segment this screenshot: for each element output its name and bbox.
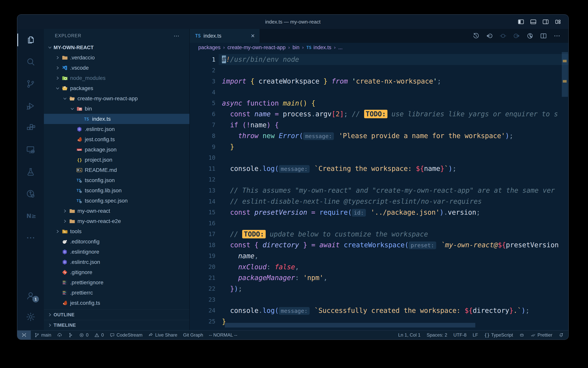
code-line-10[interactable]: 10 <box>190 152 568 163</box>
status-publish-changes[interactable] <box>57 332 62 338</box>
tree-item-tsconfig.spec.json[interactable]: TStsconfig.spec.json <box>44 196 189 206</box>
chevron-down-icon[interactable] <box>69 106 76 111</box>
tree-item-bin[interactable]: 0110bin <box>44 104 189 114</box>
code-line-1[interactable]: 1#!/usr/bin/env node <box>190 54 568 65</box>
tree-item-.prettierrc[interactable]: .prettierrc <box>44 288 189 298</box>
tree-item-.editorconfig[interactable]: .editorconfig <box>44 237 189 247</box>
status-git-graph[interactable]: Git Graph <box>183 332 203 338</box>
breadcrumb-item-create-my-own-react-app[interactable]: create-my-own-react-app <box>228 45 286 51</box>
circle-dim-icon[interactable] <box>499 32 507 39</box>
activity-item-testing[interactable] <box>17 161 44 183</box>
tree-item-.verdaccio[interactable]: .verdaccio <box>44 53 189 63</box>
tree-item-.gitignore[interactable]: .gitignore <box>44 267 189 277</box>
tree-item-.prettierignore[interactable]: .prettierignore <box>44 277 189 288</box>
tab-index-ts[interactable]: TS index.ts ✕ <box>190 29 260 43</box>
code-line-3[interactable]: 3import { createWorkspace } from 'create… <box>190 76 568 87</box>
code-line-13[interactable]: 13 // This assumes "my-own-react" and "c… <box>190 185 568 196</box>
tree-item-tsconfig.lib.json[interactable]: TStsconfig.lib.json <box>44 185 189 196</box>
status-remote-indicator[interactable] <box>17 331 31 340</box>
code-line-20[interactable]: 20 nxCloud: false, <box>190 261 568 272</box>
customize-layout-icon[interactable] <box>554 18 562 25</box>
zoom-window-button[interactable] <box>30 20 34 23</box>
status-vim-mode[interactable]: -- NORMAL -- <box>209 332 237 338</box>
code-line-16[interactable]: 16 <box>190 218 568 229</box>
timeline-panel-header[interactable]: TIMELINE <box>44 320 189 330</box>
activity-item-search[interactable] <box>17 51 44 73</box>
code-line-12[interactable]: 12 <box>190 174 568 185</box>
activity-item-gitlens[interactable] <box>17 183 44 205</box>
nav-back-icon[interactable] <box>486 32 493 39</box>
status-eol-sequence[interactable]: LF <box>473 332 478 338</box>
status-problems-warnings[interactable]: 0 <box>94 332 104 338</box>
split-editor-icon[interactable] <box>540 32 547 39</box>
vertical-scrollbar[interactable] <box>562 52 568 97</box>
chevron-right-icon[interactable] <box>54 55 61 60</box>
horizontal-scrollbar[interactable] <box>225 323 475 328</box>
breadcrumb-item-...[interactable]: ... <box>338 45 343 51</box>
toggle-primary-sidebar-icon[interactable] <box>518 18 524 25</box>
status-live-share[interactable]: Live Share <box>148 332 177 338</box>
tree-item-jest.config.ts[interactable]: jest.config.ts <box>44 298 189 308</box>
tree-item-index.ts[interactable]: TSindex.ts <box>44 114 189 124</box>
status-notifications[interactable] <box>559 332 564 338</box>
chevron-right-icon[interactable] <box>54 65 61 70</box>
code-line-6[interactable]: 6 const name = process.argv[2]; // TODO:… <box>190 109 568 120</box>
status-encoding[interactable]: UTF-8 <box>453 332 466 338</box>
code-line-17[interactable]: 17 // TODO: update below to customize th… <box>190 229 568 240</box>
tree-item-package.json[interactable]: npmpackage.json <box>44 145 189 155</box>
chevron-down-icon[interactable] <box>61 96 69 101</box>
code-line-7[interactable]: 7 if (!name) { <box>190 120 568 130</box>
code-line-22[interactable]: 22 }); <box>190 283 568 294</box>
chevron-right-icon[interactable] <box>61 209 69 213</box>
code-editor[interactable]: 1#!/usr/bin/env node23import { createWor… <box>190 52 568 330</box>
code-line-8[interactable]: 8 throw new Error(message: 'Please provi… <box>190 130 568 141</box>
activity-item-accounts[interactable]: 1 <box>17 285 44 306</box>
breadcrumb-item-bin[interactable]: bin <box>292 45 299 51</box>
more-actions-icon[interactable] <box>553 32 561 39</box>
status-codestream[interactable]: CodeStream <box>110 332 143 338</box>
tree-item-.vscode[interactable]: .vscode <box>44 63 189 73</box>
code-line-5[interactable]: 5async function main() { <box>190 98 568 109</box>
code-line-2[interactable]: 2 <box>190 65 568 76</box>
status-language-mode[interactable]: {}TypeScript <box>484 332 513 338</box>
tree-item-packages[interactable]: packages <box>44 83 189 93</box>
tree-item-tsconfig.json[interactable]: TStsconfig.json <box>44 175 189 185</box>
code-line-21[interactable]: 21 packageManager: 'npm', <box>190 272 568 283</box>
nav-forward-icon[interactable] <box>513 32 520 39</box>
code-line-9[interactable]: 9 } <box>190 141 568 152</box>
status-indentation[interactable]: Spaces: 2 <box>427 332 447 338</box>
tree-item-node_modules[interactable]: node_modules <box>44 73 189 83</box>
activity-item-source-control[interactable] <box>17 73 44 95</box>
outline-panel-header[interactable]: OUTLINE <box>44 309 189 320</box>
code-line-18[interactable]: 18 const { directory } = await createWor… <box>190 239 568 250</box>
code-line-19[interactable]: 19 name, <box>190 250 568 262</box>
tree-item-tools[interactable]: tools <box>44 226 189 237</box>
tree-item-.eslintignore[interactable]: .eslintignore <box>44 247 189 257</box>
code-line-23[interactable]: 23 <box>190 294 568 305</box>
activity-item-run-and-debug[interactable] <box>17 95 44 117</box>
activity-item-additional-views[interactable] <box>17 227 44 249</box>
breadcrumb-item-packages[interactable]: packages <box>198 45 221 51</box>
code-line-4[interactable]: 4 <box>190 87 568 98</box>
chevron-right-icon[interactable] <box>54 76 61 81</box>
close-window-button[interactable] <box>20 20 23 23</box>
code-line-15[interactable]: 15 const presetVersion = require(id: '..… <box>190 207 568 218</box>
breadcrumb-item-index.ts[interactable]: TSindex.ts <box>306 45 331 51</box>
status-pipeline[interactable] <box>68 332 73 338</box>
tree-item-README.md[interactable]: README.md <box>44 165 189 175</box>
activity-item-extensions[interactable] <box>17 117 44 139</box>
tree-item-my-own-react[interactable]: my-own-react <box>44 206 189 216</box>
activity-item-nx-console[interactable]: N≥ <box>17 205 44 227</box>
minimize-window-button[interactable] <box>25 20 28 23</box>
timeline-icon[interactable] <box>472 32 480 39</box>
chevron-right-icon[interactable] <box>61 219 69 224</box>
workspace-root-item[interactable]: MY-OWN-REACT <box>44 42 189 53</box>
activity-item-settings[interactable] <box>17 306 44 328</box>
close-tab-icon[interactable]: ✕ <box>251 33 255 39</box>
code-line-14[interactable]: 14 // eslint-disable-next-line @typescri… <box>190 196 568 207</box>
git-compare-icon[interactable] <box>526 32 534 39</box>
code-line-11[interactable]: 11 console.log(message: `Creating the wo… <box>190 163 568 174</box>
tree-item-create-my-own-react-app[interactable]: create-my-own-react-app <box>44 93 189 104</box>
status-git-branch[interactable]: main <box>34 332 51 338</box>
code-line-24[interactable]: 24 console.log(message: `Successfully cr… <box>190 305 568 316</box>
